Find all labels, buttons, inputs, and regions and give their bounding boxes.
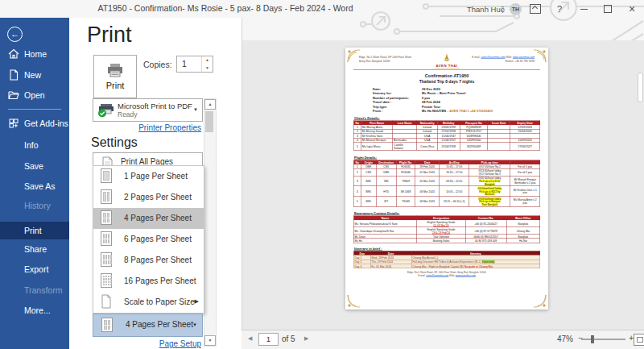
print-button[interactable]: Print (93, 55, 137, 98)
document-preview-page: Edge, No.2 Silom Road, 3/F 14th Floor Si… (345, 48, 548, 310)
emergency-section-title: Emergency Contact Details: (354, 211, 540, 215)
pages-per-sheet-value: 4 Pages Per Sheet (126, 320, 193, 329)
menu-item-6-pages-per-sheet[interactable]: 6 Pages Per Sheet (93, 229, 204, 250)
document-footer: Edge, No.2 Silom Road, 3/F, 14th Floor S… (353, 271, 540, 277)
titlebar: AT1950 - Confirmation- Ms Rosie - 5 pax-… (0, 0, 644, 18)
menu-item-4-pages-per-sheet[interactable]: 4 Pages Per Sheet (93, 208, 204, 229)
sidebar-item-history: History (0, 197, 69, 214)
pages-per-sheet-dropdown[interactable]: 4 Pages Per Sheet ▼ (93, 314, 203, 337)
six-pages-icon (101, 231, 112, 246)
add-ins-icon (8, 118, 19, 129)
page-title: Print (87, 23, 132, 48)
scale-to-paper-icon (101, 294, 112, 309)
flights-section-title: Flight Details: (354, 156, 540, 160)
settings-scrollbar[interactable]: ▲ ▼ (204, 98, 217, 347)
one-page-icon (101, 168, 112, 183)
back-button[interactable]: ← (7, 27, 23, 42)
emergency-contact-table: NameDesignationContact No.Base OfficeMs.… (353, 216, 540, 243)
sidebar-item-open[interactable]: Open (0, 86, 69, 104)
copies-stepper[interactable]: 1 ▲ ▼ (176, 56, 213, 73)
document-header: Edge, No.2 Silom Road, 3/F 14th Floor Si… (353, 52, 540, 70)
print-panel: Print Print Copies: 1 ▲ ▼ Microsoft Prin… (69, 18, 242, 349)
printer-dropdown-icon[interactable]: ▼ (193, 107, 198, 112)
temple-logo-icon (442, 54, 452, 62)
menu-item-8-pages-per-sheet[interactable]: 8 Pages Per Sheet (93, 250, 204, 271)
scrollbar-thumb[interactable] (205, 111, 213, 132)
itinerary-table: DayDateItineraryDay 1Wed, 28 Feb 2024Chi… (353, 251, 540, 268)
submenu-arrow-icon: ▶ (195, 298, 199, 305)
gold-ornament-icon (347, 294, 361, 308)
zoom-slider[interactable] (581, 339, 625, 340)
clients-section-title: Client's Details: (354, 116, 540, 120)
page-count-label: of 5 (282, 334, 295, 343)
sidebar-item-export[interactable]: Export (0, 260, 69, 278)
hotline: Hotline: +66 82 785 5996 (506, 59, 535, 62)
flight-details-table: NoOriginDestinationFlight No.DateArr/Dep… (353, 160, 540, 207)
pages-per-sheet-dropdown-icon: ▼ (192, 322, 197, 327)
open-folder-icon (8, 89, 19, 101)
two-pages-icon (101, 189, 112, 204)
printer-name: Microsoft Print to PDF (118, 102, 192, 110)
printer-selector[interactable]: Microsoft Print to PDF Ready ▼ (93, 98, 203, 122)
sidebar-item-get-add-ins[interactable]: Get Add-ins (0, 114, 69, 132)
sidebar-item-transform: Transform (0, 281, 69, 299)
client-details-table: NoFirst NameLast NameNationalityBirthday… (353, 121, 540, 151)
logo-text: AVEN THAI (427, 64, 466, 68)
copies-increment-icon[interactable]: ▲ (202, 56, 213, 64)
minimize-icon[interactable] (573, 1, 594, 17)
sidebar-item-save-as[interactable]: Save As (0, 177, 69, 195)
scroll-up-icon[interactable]: ▲ (204, 99, 216, 110)
home-icon (8, 48, 19, 60)
company-contact: E-mail: sales@aventhai.com Web: www.aven… (466, 53, 535, 63)
page-number-input[interactable]: 1 (258, 333, 279, 346)
zoom-slider-thumb[interactable] (591, 335, 594, 343)
printer-ready-icon (97, 102, 115, 118)
zoom-to-page-icon[interactable] (634, 334, 644, 346)
sidebar-item-share[interactable]: Share (0, 240, 69, 258)
sidebar-item-info[interactable]: Info (0, 136, 69, 154)
preview-scrollbar-thumb[interactable] (638, 73, 643, 102)
user-avatar[interactable]: TH (510, 3, 522, 15)
sixteen-pages-icon (101, 273, 112, 288)
page-setup-link[interactable]: Page Setup (159, 339, 201, 348)
four-pages-icon (101, 210, 112, 225)
sidebar-item-save[interactable]: Save (0, 157, 69, 175)
itinerary-section-title: Itinerary in brief : (354, 246, 540, 250)
four-pages-icon (101, 318, 113, 332)
settings-title: Settings (91, 135, 138, 150)
copies-value[interactable]: 1 (182, 59, 187, 69)
previous-page-icon[interactable]: ◀ (248, 335, 252, 342)
gold-ornament-icon (533, 49, 547, 63)
sidebar-item-new[interactable]: New (0, 66, 69, 84)
sidebar-item-home[interactable]: Home (0, 45, 69, 63)
scroll-down-icon[interactable]: ▼ (204, 335, 216, 346)
ribbon-display-options-icon[interactable] (525, 1, 546, 17)
zoom-percent[interactable]: 47% (557, 334, 573, 343)
sidebar-divider (8, 109, 61, 110)
printer-icon (106, 63, 124, 78)
printer-properties-link[interactable]: Printer Properties (138, 123, 201, 132)
backstage-sidebar: ← Home New Open Get Add-ins Info Save Sa… (0, 18, 69, 349)
sidebar-item-more[interactable]: More... (0, 301, 69, 319)
sidebar-item-print[interactable]: Print (0, 222, 69, 239)
menu-item-16-pages-per-sheet[interactable]: 16 Pages Per Sheet (93, 271, 204, 292)
trip-info-block: Date:29 Dec 2023 Itinerary for:Ms Rosie … (373, 87, 540, 114)
menu-item-1-page-per-sheet[interactable]: 1 Page Per Sheet (93, 166, 204, 187)
eight-pages-icon (101, 252, 112, 267)
maximize-icon[interactable] (597, 1, 618, 17)
window-title: AT1950 - Confirmation- Ms Rosie - 5 pax-… (0, 3, 451, 13)
user-name[interactable]: Thanh Huệ (467, 5, 505, 14)
menu-item-scale-to-paper-size[interactable]: Scale to Paper Size ▶ (93, 292, 204, 313)
print-button-label: Print (106, 81, 125, 90)
gold-ornament-icon (347, 49, 361, 63)
company-address: Edge, No.2 Silom Road, 3/F 14th Floor Si… (359, 53, 427, 63)
gold-ornament-icon (533, 294, 547, 308)
menu-item-2-pages-per-sheet[interactable]: 2 Pages Per Sheet (93, 187, 204, 208)
web-link: www.aventhai.com (513, 56, 535, 59)
copies-decrement-icon[interactable]: ▼ (202, 64, 213, 73)
pages-per-sheet-menu: 1 Page Per Sheet 2 Pages Per Sheet 4 Pag… (93, 165, 204, 314)
confirmation-title: Confirmation AT1950 (353, 73, 540, 78)
help-icon[interactable]: ? (549, 1, 570, 17)
next-page-icon[interactable]: ▶ (304, 335, 308, 342)
close-icon[interactable]: × (621, 1, 642, 17)
